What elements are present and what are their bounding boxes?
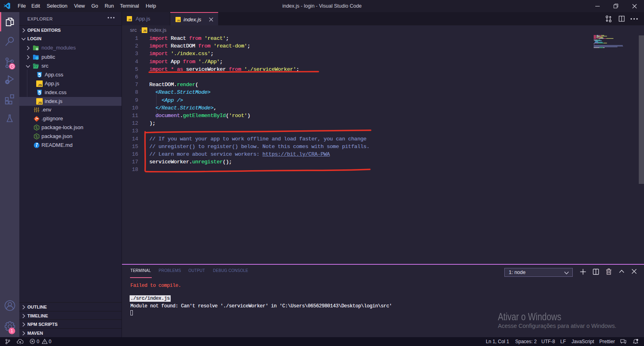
- svg-text:JS: JS: [38, 83, 42, 86]
- svg-text:JS: JS: [143, 29, 147, 32]
- svg-text:1: 1: [11, 328, 13, 333]
- svg-text:JS: JS: [38, 101, 42, 105]
- svg-text:JS: JS: [128, 18, 131, 21]
- svg-text:JS: JS: [177, 19, 180, 21]
